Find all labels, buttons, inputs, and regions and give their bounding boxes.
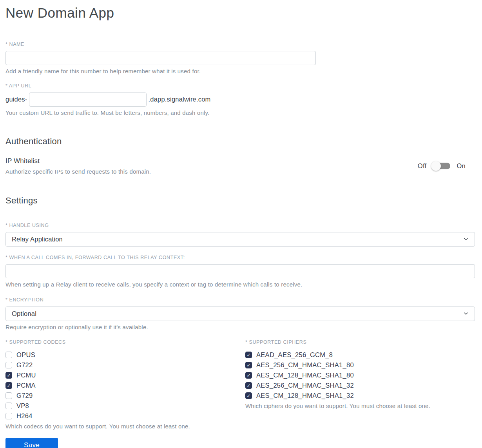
- encryption-select[interactable]: Optional: [5, 307, 475, 321]
- app-url-input[interactable]: [29, 93, 147, 107]
- codecs-checkbox-list: OPUS G722 PCMU PCMA: [5, 350, 245, 421]
- supported-codecs-group: * Supported Codecs OPUS G722: [5, 339, 245, 430]
- codec-option[interactable]: OPUS: [5, 350, 245, 360]
- cipher-option-label: AES_CM_128_HMAC_SHA1_80: [256, 372, 354, 379]
- ciphers-helper-text: Which ciphers do you want to support. Yo…: [245, 403, 475, 409]
- codec-option-label: H264: [16, 412, 33, 420]
- toggle-off-label: Off: [418, 162, 427, 170]
- encryption-group: * Encryption Optional Require encryption…: [5, 297, 475, 330]
- codec-option[interactable]: PCMU: [5, 370, 245, 381]
- relay-context-input[interactable]: [5, 264, 475, 278]
- name-label: * Name: [5, 42, 475, 47]
- ip-whitelist-row: IP Whitelist Authorize specific IPs to s…: [5, 157, 475, 175]
- checkbox-icon[interactable]: [245, 392, 252, 399]
- codec-option-label: VP8: [16, 402, 29, 410]
- codec-option[interactable]: VP8: [5, 401, 245, 411]
- checkbox-icon[interactable]: [5, 372, 12, 379]
- handle-using-label: * Handle using: [5, 223, 475, 228]
- checkbox-icon[interactable]: [245, 372, 252, 379]
- ip-whitelist-helper-text: Authorize specific IPs to send requests …: [5, 168, 151, 175]
- handle-using-select[interactable]: Relay Application: [5, 232, 475, 247]
- checkbox-icon[interactable]: [5, 392, 12, 399]
- checkbox-icon[interactable]: [5, 362, 12, 368]
- app-url-row: guides- .dapp.signalwire.com: [5, 93, 475, 107]
- ip-whitelist-label: IP Whitelist: [5, 157, 151, 165]
- encryption-label: * Encryption: [5, 297, 475, 303]
- cipher-option-label: AEAD_AES_256_GCM_8: [256, 351, 333, 359]
- codec-option-label: OPUS: [16, 351, 35, 359]
- supported-codecs-label: * Supported Codecs: [5, 339, 245, 345]
- cipher-option[interactable]: AES_256_CM_HMAC_SHA1_32: [245, 381, 475, 391]
- toggle-switch[interactable]: [433, 163, 450, 169]
- encryption-selected-value: Optional: [12, 310, 36, 317]
- codec-option-label: G722: [16, 361, 33, 369]
- supported-ciphers-group: * Supported Ciphers AEAD_AES_256_GCM_8 A…: [245, 339, 475, 430]
- cipher-option[interactable]: AES_256_CM_HMAC_SHA1_80: [245, 360, 475, 370]
- codec-option[interactable]: H264: [5, 411, 245, 421]
- app-url-helper-text: Your custom URL to send traffic to. Must…: [5, 109, 475, 116]
- toggle-knob[interactable]: [431, 161, 441, 171]
- handle-using-selected-value: Relay Application: [12, 236, 63, 243]
- codecs-ciphers-section: * Supported Codecs OPUS G722: [5, 339, 475, 430]
- checkbox-icon[interactable]: [5, 382, 12, 389]
- toggle-on-label: On: [457, 162, 466, 170]
- name-input[interactable]: [5, 51, 316, 65]
- app-url-field-group: * App URL guides- .dapp.signalwire.com Y…: [5, 83, 475, 116]
- cipher-option[interactable]: AEAD_AES_256_GCM_8: [245, 350, 475, 360]
- checkbox-icon[interactable]: [5, 352, 12, 358]
- authentication-heading: Authentication: [5, 136, 475, 147]
- chevron-down-icon: [463, 310, 469, 317]
- settings-heading: Settings: [5, 196, 475, 206]
- checkbox-icon[interactable]: [245, 382, 252, 389]
- codec-option[interactable]: G729: [5, 391, 245, 401]
- name-helper-text: Add a friendly name for this number to h…: [5, 68, 475, 74]
- codec-option-label: PCMA: [16, 382, 36, 389]
- checkbox-icon[interactable]: [245, 352, 252, 358]
- cipher-option-label: AES_CM_128_HMAC_SHA1_32: [256, 392, 354, 399]
- supported-ciphers-label: * Supported Ciphers: [245, 339, 475, 345]
- ciphers-checkbox-list: AEAD_AES_256_GCM_8 AES_256_CM_HMAC_SHA1_…: [245, 350, 475, 401]
- app-url-prefix: guides-: [5, 96, 27, 103]
- name-field-group: * Name Add a friendly name for this numb…: [5, 42, 475, 74]
- app-url-suffix: .dapp.signalwire.com: [149, 96, 211, 103]
- cipher-option-label: AES_256_CM_HMAC_SHA1_80: [256, 361, 354, 369]
- checkbox-icon[interactable]: [5, 403, 12, 409]
- cipher-option[interactable]: AES_CM_128_HMAC_SHA1_80: [245, 370, 475, 381]
- ip-whitelist-toggle[interactable]: Off On: [418, 162, 466, 170]
- ip-whitelist-text-block: IP Whitelist Authorize specific IPs to s…: [5, 157, 151, 175]
- checkbox-icon[interactable]: [245, 362, 252, 368]
- encryption-helper-text: Require encryption or optionally use it …: [5, 324, 475, 330]
- new-domain-app-form: New Domain App * Name Add a friendly nam…: [0, 0, 482, 448]
- relay-context-helper-text: When setting up a Relay client to receiv…: [5, 281, 475, 288]
- codecs-helper-text: Which codecs do you want to support. You…: [5, 423, 245, 430]
- codec-option[interactable]: G722: [5, 360, 245, 370]
- codec-option[interactable]: PCMA: [5, 381, 245, 391]
- handle-using-group: * Handle using Relay Application: [5, 223, 475, 247]
- save-button[interactable]: Save: [5, 438, 58, 448]
- codec-option-label: PCMU: [16, 372, 36, 379]
- chevron-down-icon: [463, 236, 469, 242]
- codec-option-label: G729: [16, 392, 33, 399]
- cipher-option[interactable]: AES_CM_128_HMAC_SHA1_32: [245, 391, 475, 401]
- app-url-label: * App URL: [5, 83, 475, 89]
- relay-context-label: * When a call comes in, forward call to …: [5, 255, 475, 260]
- checkbox-icon[interactable]: [5, 413, 12, 419]
- relay-context-group: * When a call comes in, forward call to …: [5, 255, 475, 288]
- page-title: New Domain App: [5, 4, 475, 22]
- cipher-option-label: AES_256_CM_HMAC_SHA1_32: [256, 382, 354, 389]
